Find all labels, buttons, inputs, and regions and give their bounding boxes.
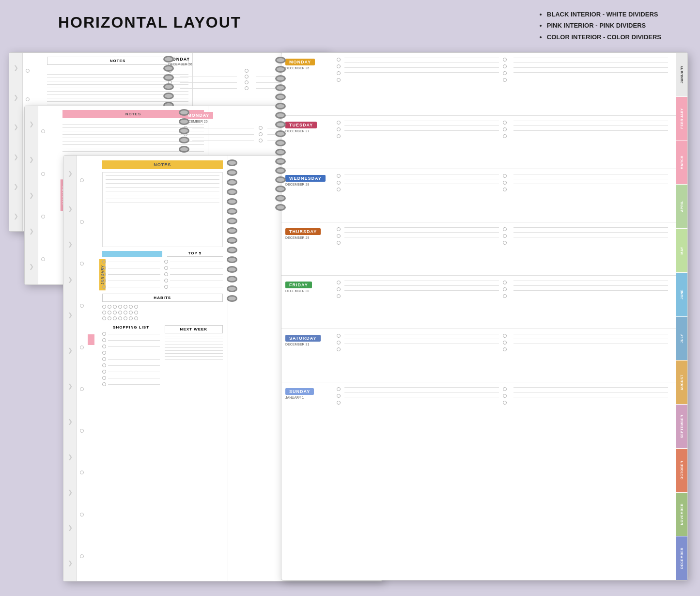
bullet-1: BLACK INTERIOR - WHITE DIVIDERS [547,9,661,20]
tab-january[interactable]: JANUARY [676,53,687,97]
feature-list: BLACK INTERIOR - WHITE DIVIDERS PINK INT… [539,9,661,43]
sunday-badge: SUNDAY [285,388,314,395]
friday-badge: FRIDAY [285,282,312,288]
tab-november[interactable]: NOVEMBER [676,493,687,537]
sunday-date: JANUARY 1 [285,396,334,399]
tab-march[interactable]: MARCH [676,141,687,185]
tab-august[interactable]: AUGUST [676,361,687,405]
saturday-date: DECEMBER 31 [285,343,334,346]
wednesday-badge: WEDNESDAY [285,175,326,182]
wednesday-date: DECEMBER 28 [285,183,334,186]
book3-habits-header: HABITS [102,294,223,302]
book3-nextweek-label: NEXT WEEK [165,325,222,333]
book3-top5-label: TOP 5 [167,251,222,257]
tab-december[interactable]: DECEMBER [676,536,687,580]
tab-june[interactable]: JUNE [676,273,687,317]
thursday-date: DECEMBER 29 [285,236,334,239]
monday-date: DECEMBER 26 [285,66,334,70]
book3-notes-header: NOTES [102,160,223,169]
bullet-2: PINK INTERIOR - PINK DIVIDERS [547,20,661,31]
monday-badge: MONDAY [285,59,315,65]
tab-july[interactable]: JULY [676,317,687,361]
tab-september[interactable]: SEPTEMBER [676,405,687,449]
bullet-3: COLOR INTERIOR - COLOR DIVIDERS [547,31,661,43]
tab-april[interactable]: APRIL [676,185,687,229]
tuesday-badge: TUESDAY [285,122,317,128]
page-title: HORIZONTAL LAYOUT [58,14,241,31]
thursday-badge: THURSDAY [285,228,321,235]
saturday-badge: SATURDAY [285,335,321,342]
book3-shopping-label: SHOPPING LIST [102,325,160,329]
tab-february[interactable]: FEBRUARY [676,97,687,141]
tab-may[interactable]: MAY [676,229,687,273]
tuesday-date: DECEMBER 27 [285,129,334,133]
friday-date: DECEMBER 30 [285,289,334,293]
book-weekly-right: MONDAY DECEMBER 26 [281,52,688,580]
tab-october[interactable]: OCTOBER [676,449,687,493]
